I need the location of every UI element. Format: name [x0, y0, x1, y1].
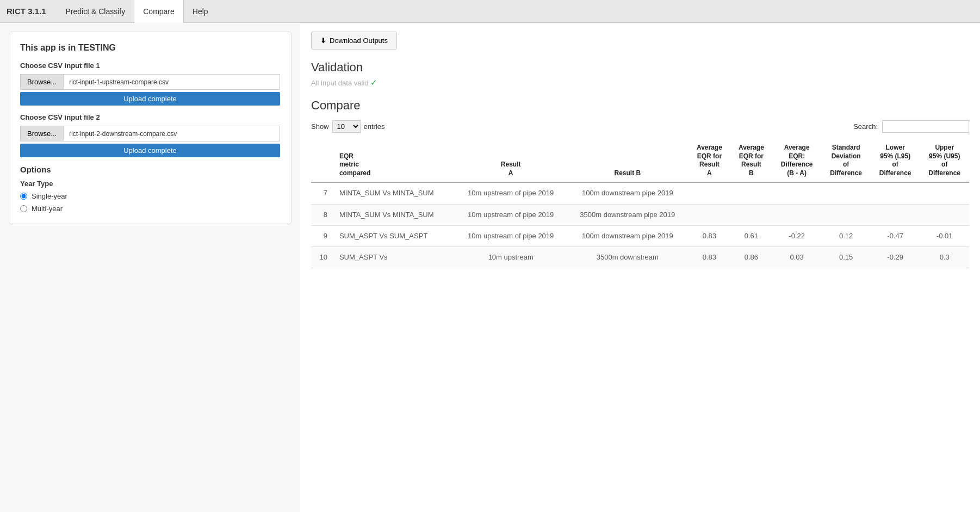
cell-row-num: 7: [311, 182, 334, 204]
radio-group: Single-year Multi-year: [20, 192, 280, 213]
cell-avg-eqr-b: 0.61: [730, 225, 772, 246]
options-section: Options Year Type Single-year Multi-year: [20, 165, 280, 213]
file2-browse-btn[interactable]: Browse...: [21, 126, 64, 141]
sidebar: This app is in TESTING Choose CSV input …: [9, 32, 291, 224]
radio-multi-year[interactable]: Multi-year: [20, 205, 280, 213]
radio-single-year-input[interactable]: [20, 193, 27, 200]
table-header-row: EQRmetriccompared ResultA Result B Avera…: [311, 139, 969, 182]
cell-std-dev: [821, 204, 871, 225]
year-type-label: Year Type: [20, 180, 280, 188]
cell-avg-eqr-a: [689, 204, 730, 225]
col-eqr-metric: EQRmetriccompared: [334, 139, 455, 182]
file1-input-row: Browse... rict-input-1-upstream-compare.…: [20, 74, 280, 90]
download-outputs-btn[interactable]: ⬇ Download Outputs: [311, 32, 397, 50]
cell-eqr-metric: SUM_ASPT Vs SUM_ASPT: [334, 225, 455, 246]
radio-multi-year-label: Multi-year: [32, 205, 63, 213]
download-btn-label: Download Outputs: [330, 36, 388, 45]
radio-multi-year-input[interactable]: [20, 205, 27, 212]
cell-avg-eqr-diff: -0.22: [772, 225, 822, 246]
cell-avg-eqr-a: 0.83: [689, 246, 730, 268]
search-input[interactable]: [882, 120, 969, 133]
col-row-num: [311, 139, 334, 182]
cell-lower-95: -0.47: [871, 225, 920, 246]
validation-status: All input data valid ✓: [311, 78, 969, 88]
search-box: Search:: [853, 120, 969, 133]
show-label: Show: [311, 122, 329, 131]
col-avg-eqr-b: AverageEQR forResultB: [730, 139, 772, 182]
sidebar-title: This app is in TESTING: [20, 43, 280, 53]
file2-label: Choose CSV input file 2: [20, 113, 280, 121]
cell-result-b: 100m downstream pipe 2019: [567, 225, 689, 246]
col-result-a: ResultA: [455, 139, 567, 182]
cell-upper-95: 0.3: [920, 246, 969, 268]
radio-single-year-label: Single-year: [32, 192, 67, 200]
cell-result-a: 10m upstream of pipe 2019: [455, 225, 567, 246]
validation-check-icon: ✓: [370, 78, 377, 87]
cell-avg-eqr-a: [689, 182, 730, 204]
download-icon: ⬇: [320, 36, 326, 45]
cell-avg-eqr-a: 0.83: [689, 225, 730, 246]
table-row: 7 MINTA_SUM Vs MINTA_SUM 10m upstream of…: [311, 182, 969, 204]
cell-row-num: 8: [311, 204, 334, 225]
validation-heading: Validation: [311, 60, 969, 75]
radio-single-year[interactable]: Single-year: [20, 192, 280, 200]
cell-lower-95: [871, 182, 920, 204]
show-entries: Show 10 25 50 100 entries: [311, 120, 385, 133]
entries-label: entries: [364, 122, 385, 131]
compare-heading: Compare: [311, 98, 969, 113]
table-row: 9 SUM_ASPT Vs SUM_ASPT 10m upstream of p…: [311, 225, 969, 246]
cell-result-a: 10m upstream: [455, 246, 567, 268]
entries-select[interactable]: 10 25 50 100: [332, 120, 361, 133]
table-row: 8 MINTA_SUM Vs MINTA_SUM 10m upstream of…: [311, 204, 969, 225]
cell-eqr-metric: MINTA_SUM Vs MINTA_SUM: [334, 204, 455, 225]
cell-lower-95: [871, 204, 920, 225]
cell-result-a: 10m upstream of pipe 2019: [455, 182, 567, 204]
nav-help[interactable]: Help: [184, 0, 217, 23]
file1-label: Choose CSV input file 1: [20, 61, 280, 70]
file2-name: rict-input-2-downstream-compare.csv: [64, 127, 280, 141]
cell-std-dev: 0.15: [821, 246, 871, 268]
nav-predict-classify[interactable]: Predict & Classify: [57, 0, 134, 23]
cell-row-num: 10: [311, 246, 334, 268]
cell-result-a: 10m upstream of pipe 2019: [455, 204, 567, 225]
cell-eqr-metric: SUM_ASPT Vs: [334, 246, 455, 268]
validation-status-text: All input data valid: [311, 79, 370, 87]
cell-upper-95: [920, 182, 969, 204]
table-controls: Show 10 25 50 100 entries Search:: [311, 120, 969, 133]
cell-std-dev: 0.12: [821, 225, 871, 246]
compare-table: EQRmetriccompared ResultA Result B Avera…: [311, 139, 969, 268]
cell-eqr-metric: MINTA_SUM Vs MINTA_SUM: [334, 182, 455, 204]
nav-compare[interactable]: Compare: [134, 0, 184, 23]
col-result-b: Result B: [567, 139, 689, 182]
col-avg-eqr-diff: AverageEQR:Difference(B - A): [772, 139, 822, 182]
content: ⬇ Download Outputs Validation All input …: [300, 23, 980, 512]
file1-browse-btn[interactable]: Browse...: [21, 75, 64, 89]
main-layout: This app is in TESTING Choose CSV input …: [0, 23, 980, 512]
cell-avg-eqr-diff: [772, 204, 822, 225]
navbar: RICT 3.1.1 Predict & Classify Compare He…: [0, 0, 980, 23]
options-title: Options: [20, 165, 280, 174]
cell-upper-95: [920, 204, 969, 225]
cell-lower-95: -0.29: [871, 246, 920, 268]
cell-result-b: 3500m downstream pipe 2019: [567, 204, 689, 225]
file2-upload-status: Upload complete: [20, 144, 280, 157]
cell-upper-95: -0.01: [920, 225, 969, 246]
search-label: Search:: [853, 122, 878, 131]
table-row: 10 SUM_ASPT Vs 10m upstream 3500m downst…: [311, 246, 969, 268]
cell-result-b: 3500m downstream: [567, 246, 689, 268]
cell-avg-eqr-diff: [772, 182, 822, 204]
cell-avg-eqr-diff: 0.03: [772, 246, 822, 268]
col-upper-95: Upper95% (U95)ofDifference: [920, 139, 969, 182]
col-avg-eqr-a: AverageEQR forResultA: [689, 139, 730, 182]
cell-avg-eqr-b: [730, 182, 772, 204]
cell-std-dev: [821, 182, 871, 204]
cell-row-num: 9: [311, 225, 334, 246]
cell-avg-eqr-b: [730, 204, 772, 225]
col-lower-95: Lower95% (L95)ofDifference: [871, 139, 920, 182]
file1-upload-status: Upload complete: [20, 92, 280, 106]
cell-result-b: 100m downstream pipe 2019: [567, 182, 689, 204]
col-std-dev: StandardDeviationofDifference: [821, 139, 871, 182]
cell-avg-eqr-b: 0.86: [730, 246, 772, 268]
app-brand: RICT 3.1.1: [7, 7, 46, 16]
file2-input-row: Browse... rict-input-2-downstream-compar…: [20, 126, 280, 141]
